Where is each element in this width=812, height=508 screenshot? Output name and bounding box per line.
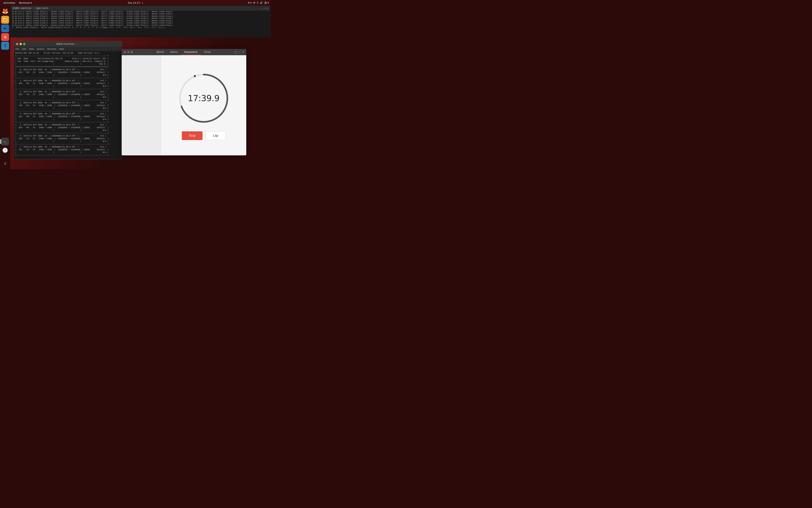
stop-button[interactable]: Stop <box>182 131 203 140</box>
accessibility-icon[interactable]: ☿ <box>257 1 258 4</box>
menu-terminal[interactable]: Terminal <box>47 48 56 50</box>
menu-file[interactable]: File <box>15 48 19 50</box>
close-button[interactable] <box>16 43 18 45</box>
dock-icon-files[interactable] <box>1 16 9 24</box>
topbar-left: Activities Terminal ▾ <box>2 0 32 5</box>
menu-view[interactable]: View <box>29 48 34 50</box>
dock-icon-help[interactable]: ? <box>1 42 9 50</box>
terminal-menu-button[interactable]: Terminal ▾ <box>19 1 32 4</box>
apps-grid-button[interactable]: ⠿ <box>1 160 9 168</box>
dock-icon-ubuntu-software[interactable]: A <box>1 33 9 41</box>
stopwatch-time: 17:39.9 <box>188 93 219 103</box>
activities-button[interactable]: Activities <box>2 0 17 5</box>
menu-search[interactable]: Search <box>37 48 44 50</box>
clock-window-buttons <box>124 51 133 53</box>
power-icon[interactable]: ⏻ ▾ <box>264 1 269 4</box>
desktop: 🦊 ✏ A ? >_ 🕐 ⠿ APDF ユーザーdl のパスワー <box>0 5 271 169</box>
clock-maximize-button[interactable] <box>131 51 133 53</box>
tab-world[interactable]: World <box>154 49 167 55</box>
menu-edit[interactable]: Edit <box>22 48 26 50</box>
terminal-menubar: File Edit View Search Terminal Help <box>14 47 122 51</box>
clock-close-button[interactable] <box>124 51 126 53</box>
dock-icon-firefox[interactable]: 🦊 <box>1 7 9 15</box>
terminal-title: dl@dl-machine: ~ <box>56 43 77 45</box>
stopwatch-display: 17:39.9 <box>176 71 231 126</box>
clock-app: World Alarm Stopwatch Timer □ ─ ✕ <box>122 49 246 156</box>
tab-alarm[interactable]: Alarm <box>167 49 181 55</box>
stopwatch-buttons: Stop Lap <box>182 131 225 140</box>
minimize-button[interactable] <box>19 43 22 45</box>
topbar-center: Tue 15:27 <box>128 1 143 4</box>
tb-title: dl@dl-machine: ~/gpu-burn <box>13 7 48 10</box>
lap-button[interactable]: Lap <box>206 131 225 140</box>
dock-icon-clock[interactable]: 🕐 <box>1 146 9 154</box>
dock-icon-terminal[interactable]: >_ <box>1 138 9 145</box>
topbar-right: A ▾ ⚙ ☿ 🔊 ⏻ ▾ <box>248 1 269 4</box>
terminal-foreground: dl@dl-machine: ~ File Edit View Search T… <box>14 41 122 159</box>
terminal-fg-titlebar: dl@dl-machine: ~ <box>14 41 122 47</box>
settings-icon[interactable]: ⚙ <box>253 1 255 4</box>
clock-sidebar <box>122 55 161 156</box>
maximize-button[interactable] <box>23 43 26 45</box>
clock-window-restore[interactable]: □ <box>234 50 237 54</box>
clock-main: 17:39.9 Stop Lap <box>161 55 246 156</box>
clock-display: Tue 15:27 <box>128 1 140 4</box>
volume-icon[interactable]: 🔊 <box>260 1 263 4</box>
topbar: Activities Terminal ▾ Tue 15:27 A ▾ ⚙ ☿ … <box>0 0 271 5</box>
dock: 🦊 ✏ A ? >_ 🕐 ⠿ <box>0 5 10 169</box>
dock-icon-libreoffice[interactable]: ✏ <box>1 25 9 32</box>
recording-indicator <box>142 3 143 4</box>
menu-help[interactable]: Help <box>59 48 64 50</box>
terminal-bg-titlebar: dl@dl-machine: ~/gpu-burn ─ □ ✕ <box>11 6 270 11</box>
tab-timer[interactable]: Timer <box>201 49 214 55</box>
terminal-bg-content: 10.9% proc'd: 889111 (13934 Gflop/s) - 8… <box>11 11 270 29</box>
clock-window-close[interactable]: ✕ <box>242 50 244 54</box>
clock-titlebar: World Alarm Stopwatch Timer □ ─ ✕ <box>122 49 246 55</box>
terminal-content[interactable]: NVIDIA-SMI 455.32.00 Driver Version: 455… <box>14 51 122 159</box>
terminal-background: dl@dl-machine: ~/gpu-burn ─ □ ✕ 10.9% pr… <box>10 5 271 38</box>
clock-window-minimize[interactable]: ─ <box>239 50 240 54</box>
svg-point-17 <box>194 75 196 77</box>
clock-body: 17:39.9 Stop Lap <box>122 55 246 156</box>
clock-minimize-button[interactable] <box>127 51 130 53</box>
tab-stopwatch[interactable]: Stopwatch <box>181 49 201 55</box>
svg-rect-2 <box>3 18 7 21</box>
input-method[interactable]: A ▾ <box>248 1 252 4</box>
clock-tabs: World Alarm Stopwatch Timer <box>154 49 214 55</box>
titlebar-buttons <box>16 43 26 45</box>
